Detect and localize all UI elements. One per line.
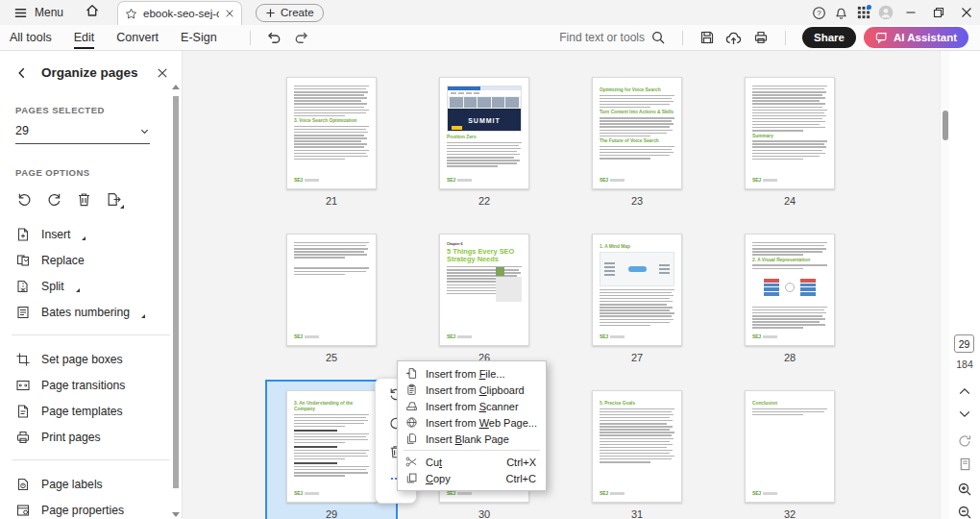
menu-item-insert-from-scanner[interactable]: Insert from Scanner xyxy=(398,398,546,414)
zoom-in-button[interactable] xyxy=(949,482,980,497)
text-line xyxy=(752,118,822,119)
text-line xyxy=(752,264,827,265)
extract-pages-button[interactable] xyxy=(101,187,126,210)
next-page-button[interactable] xyxy=(949,408,980,420)
text-line xyxy=(752,245,824,246)
app-menu-button[interactable]: Menu xyxy=(6,6,71,20)
page-thumbnail-25[interactable]: SEJ xyxy=(286,234,377,346)
print-button[interactable] xyxy=(750,27,772,48)
page-thumbnail-31[interactable]: 5. Precise GoalsSEJ xyxy=(592,390,682,503)
apps-launcher-button[interactable] xyxy=(852,2,874,24)
search-button[interactable] xyxy=(648,27,669,48)
upload-cloud-button[interactable] xyxy=(723,27,745,48)
set-page-boxes-item[interactable]: Set page boxes xyxy=(0,346,182,372)
toolbar-tab-convert[interactable]: Convert xyxy=(116,26,159,49)
replace-label: Replace xyxy=(41,254,85,267)
undo-icon xyxy=(266,30,282,46)
redo-button[interactable] xyxy=(291,27,312,48)
page-thumbnail-22[interactable]: SUMMITPosition ZeroSEJ xyxy=(439,77,529,189)
page-view-button[interactable] xyxy=(949,457,980,472)
pages-selected-select[interactable]: 29 xyxy=(15,124,150,144)
delete-page-button[interactable] xyxy=(71,187,96,210)
account-avatar[interactable] xyxy=(874,2,896,24)
help-button[interactable]: ? xyxy=(808,2,830,24)
panel-divider xyxy=(12,334,170,335)
rotate-right-button[interactable] xyxy=(41,187,66,210)
main-scrollbar-thumb[interactable] xyxy=(943,111,948,140)
replace-menu-item[interactable]: Replace xyxy=(0,247,182,273)
zoom-out-button[interactable] xyxy=(949,505,980,519)
home-button[interactable] xyxy=(79,3,106,22)
text-line xyxy=(294,442,345,443)
bates-numbering-menu-item[interactable]: Bates numbering xyxy=(0,299,182,325)
thumbnail-heading: 3. An Understanding of the Company xyxy=(294,401,369,412)
page-transitions-item[interactable]: Page transitions xyxy=(0,372,182,398)
undo-button[interactable] xyxy=(264,27,285,48)
toolbar-tab-edit[interactable]: Edit xyxy=(74,26,95,49)
page-labels-item[interactable]: Page labels xyxy=(0,471,182,497)
page-thumbnail-29[interactable]: 3. An Understanding of the CompanySEJ xyxy=(286,390,377,503)
notifications-button[interactable] xyxy=(830,2,852,24)
insert-menu-item[interactable]: Insert xyxy=(0,221,182,247)
text-line xyxy=(294,159,345,160)
menu-item-cut[interactable]: CutCtrl+X xyxy=(398,454,546,470)
toolbar: All tools Edit Convert E-Sign Share AI A… xyxy=(0,25,980,51)
author-photo xyxy=(496,267,504,276)
print-pages-item[interactable]: Print pages xyxy=(0,424,182,450)
back-button[interactable] xyxy=(15,66,29,80)
menu-item-insert-blank-page[interactable]: Insert Blank Page xyxy=(398,431,546,447)
page-thumbnail-32[interactable]: ConclusionSEJ xyxy=(745,390,835,503)
text-line xyxy=(600,429,670,430)
page-thumbnail-24[interactable]: SummarySEJ xyxy=(745,77,835,189)
text-line xyxy=(600,120,672,121)
page-thumbnail-23[interactable]: Optimizing for Voice SearchTurn Content … xyxy=(592,77,682,189)
page-templates-item[interactable]: Page templates xyxy=(0,398,182,424)
window-restore-button[interactable] xyxy=(924,1,952,25)
ai-assistant-button[interactable]: AI Assistant xyxy=(864,27,968,48)
text-line xyxy=(752,124,820,125)
create-tab-button[interactable]: Create xyxy=(256,4,324,22)
window-minimize-button[interactable] xyxy=(896,1,924,25)
page-thumbnail-27[interactable]: 1. A Mind MapSEJ xyxy=(592,234,682,346)
window-close-button[interactable] xyxy=(952,1,980,25)
scroll-up-arrow[interactable] xyxy=(172,85,180,89)
organize-pages-panel: Organize pages PAGES SELECTED 29 PAGE OP… xyxy=(0,51,183,519)
find-input[interactable] xyxy=(537,31,645,44)
page-properties-item[interactable]: Page properties xyxy=(0,497,182,519)
document-tab[interactable]: ebook-seo-sej-complete-... xyxy=(117,1,242,25)
text-line xyxy=(294,97,367,98)
toolbar-tab-esign[interactable]: E-Sign xyxy=(181,26,217,49)
save-button[interactable] xyxy=(697,27,718,48)
text-line xyxy=(294,153,366,154)
menu-item-insert-from-file[interactable]: Insert from File... xyxy=(398,365,546,382)
panel-scrollbar-thumb[interactable] xyxy=(173,96,179,488)
previous-page-button[interactable] xyxy=(949,385,980,397)
acrobat-window: { "titlebar": { "menu_label": "Menu", "t… xyxy=(0,0,980,519)
panel-close-button[interactable] xyxy=(157,67,168,79)
text-line xyxy=(294,426,345,427)
menu-item-insert-from-web-page[interactable]: Insert from Web Page... xyxy=(398,414,546,431)
text-line xyxy=(600,414,674,415)
page-thumbnail-26[interactable]: Chapter 65 Things Every SEO Strategy Nee… xyxy=(439,234,529,346)
scroll-down-arrow[interactable] xyxy=(172,512,180,517)
menu-item-copy[interactable]: CopyCtrl+C xyxy=(398,470,546,486)
split-menu-item[interactable]: Split xyxy=(0,273,182,299)
menu-item-insert-from-clipboard[interactable]: Insert from Clipboard xyxy=(398,382,546,398)
toolbar-tab-all-tools[interactable]: All tools xyxy=(10,26,52,49)
tab-close-icon[interactable] xyxy=(225,9,234,18)
rotate-left-button[interactable] xyxy=(12,187,37,210)
star-icon[interactable] xyxy=(125,8,137,20)
share-button[interactable]: Share xyxy=(802,27,856,48)
rotate-right-icon xyxy=(46,191,62,208)
panel-scrollbar[interactable] xyxy=(172,85,180,517)
page-thumbnail-21[interactable]: 3. Voice Search OptimizationSEJ xyxy=(286,77,377,189)
text-line xyxy=(752,411,824,412)
page-thumbnail-28[interactable]: 2. A Visual RepresentationSEJ xyxy=(745,234,835,346)
page-thumbnail-cell-21: 3. Voice Search OptimizationSEJ21 xyxy=(286,77,377,209)
mind-map-diagram xyxy=(600,252,674,286)
refresh-view-button[interactable] xyxy=(949,433,980,449)
current-page-input[interactable]: 29 xyxy=(954,334,974,353)
text-line xyxy=(600,155,670,156)
main-scrollbar[interactable] xyxy=(940,51,949,519)
text-line xyxy=(294,456,368,457)
